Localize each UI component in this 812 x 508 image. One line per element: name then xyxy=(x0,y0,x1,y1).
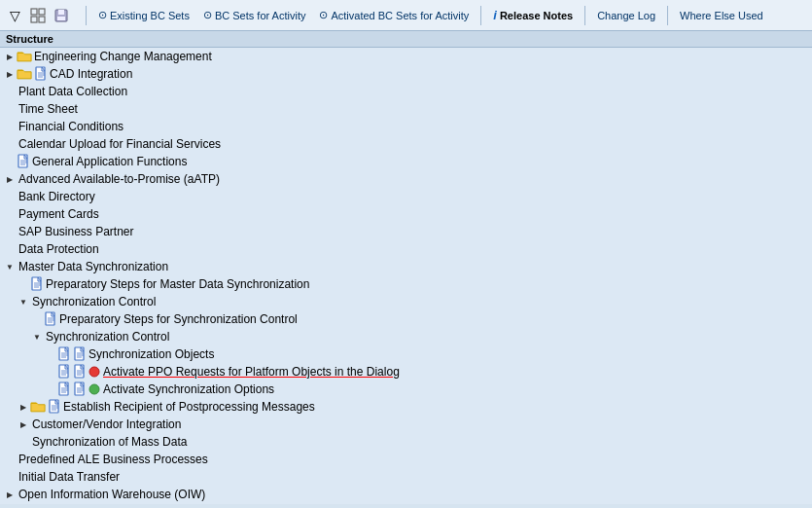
doc-icon-2 xyxy=(73,346,87,362)
folder-icon xyxy=(30,400,46,414)
tree-item[interactable]: ▶ CAD Integration xyxy=(0,65,812,83)
tree-item[interactable]: ▼Synchronization Control xyxy=(0,328,812,345)
tree-item[interactable]: Bank Directory xyxy=(0,188,812,205)
doc-icon xyxy=(57,381,71,397)
tree-item[interactable]: SAP Business Partner xyxy=(0,223,812,240)
separator-4 xyxy=(667,6,668,25)
item-label: Payment Cards xyxy=(18,207,99,221)
tree-item[interactable]: ▶Advanced Available-to-Promise (aATP) xyxy=(0,170,812,188)
expand-icon[interactable]: ▶ xyxy=(18,417,29,431)
expand-icon[interactable]: ▶ xyxy=(18,400,29,414)
existing-bc-sets-btn[interactable]: ⊙ Existing BC Sets xyxy=(92,7,195,23)
tree-item[interactable]: Data Protection xyxy=(0,240,812,258)
doc-icon xyxy=(48,399,61,415)
bc-sets-activity-btn[interactable]: ⊙ BC Sets for Activity xyxy=(197,7,312,23)
expand-icon[interactable]: ▶ xyxy=(4,67,16,81)
tree-item[interactable]: Time Sheet xyxy=(0,100,812,118)
item-label: Advanced Available-to-Promise (aATP) xyxy=(18,172,220,186)
svg-point-48 xyxy=(89,384,99,394)
folder-icon xyxy=(17,50,32,63)
tree-item[interactable]: Calendar Upload for Financial Services xyxy=(0,135,812,153)
tree-item[interactable]: Financial Conditions xyxy=(0,118,812,135)
change-log-btn[interactable]: Change Log xyxy=(591,8,661,23)
tree-item[interactable]: Synchronization Objects xyxy=(0,345,812,363)
activated-bc-sets-icon: ⊙ xyxy=(319,9,328,21)
tree-container[interactable]: ▶ Engineering Change Management▶ CAD Int… xyxy=(0,48,812,504)
item-label: Customer/Vendor Integration xyxy=(32,417,181,431)
svg-point-39 xyxy=(89,367,99,377)
bc-sets-activity-icon: ⊙ xyxy=(203,9,212,21)
item-label: Master Data Synchronization xyxy=(18,260,168,273)
expand-icon[interactable]: ▶ xyxy=(4,488,16,501)
doc-icon xyxy=(44,311,57,327)
item-label: Initial Data Transfer xyxy=(18,470,120,484)
release-notes-btn[interactable]: i Release Notes xyxy=(487,6,579,24)
tree-item[interactable]: ▶Open Information Warehouse (OIW) xyxy=(0,486,812,503)
doc-icon xyxy=(57,346,71,362)
item-label: Bank Directory xyxy=(18,190,95,203)
expand-icon[interactable]: ▶ xyxy=(4,172,16,186)
item-label: Time Sheet xyxy=(18,102,78,116)
doc-icon xyxy=(17,154,30,169)
item-label: Synchronization Control xyxy=(46,330,169,344)
tree-item[interactable]: Preparatory Steps for Master Data Synchr… xyxy=(0,275,812,293)
tree-item[interactable]: Payment Cards xyxy=(0,205,812,223)
toolbar-icon-group: ▽ xyxy=(4,5,72,26)
red-circle-icon xyxy=(88,366,100,378)
tree-item[interactable]: ▼Synchronization Control xyxy=(0,293,812,310)
svg-rect-2 xyxy=(31,17,37,22)
tree-item[interactable]: Synchronization of Mass Data xyxy=(0,433,812,451)
tree-item[interactable]: General Application Functions xyxy=(0,153,812,170)
item-label: Preparatory Steps for Master Data Synchr… xyxy=(46,277,309,291)
separator-3 xyxy=(584,6,585,25)
item-label: SAP Business Partner xyxy=(18,225,134,238)
svg-rect-6 xyxy=(57,17,65,20)
doc-icon xyxy=(34,66,48,82)
item-label: Preparatory Steps for Synchronization Co… xyxy=(59,312,298,326)
item-label: Data Protection xyxy=(18,242,99,256)
tree-item[interactable]: Initial Data Transfer xyxy=(0,468,812,486)
item-label: Predefined ALE Business Processes xyxy=(18,453,208,466)
tree-item[interactable]: Activate Synchronization Options xyxy=(0,381,812,398)
where-else-used-btn[interactable]: Where Else Used xyxy=(674,8,769,23)
expand-icon[interactable]: ▶ xyxy=(4,50,16,63)
item-label: Financial Conditions xyxy=(18,120,124,133)
item-label: Synchronization Objects xyxy=(88,347,214,361)
svg-rect-5 xyxy=(58,10,64,15)
item-label: CAD Integration xyxy=(50,67,132,81)
tree-item[interactable]: Plant Data Collection xyxy=(0,83,812,100)
item-label: Establish Recipient of Postprocessing Me… xyxy=(63,400,315,414)
structure-header: Structure xyxy=(0,31,812,48)
tree-item[interactable]: ▼Master Data Synchronization xyxy=(0,258,812,275)
item-label: Activate Synchronization Options xyxy=(103,382,274,396)
tree-item[interactable]: Activate PPO Requests for Platform Objec… xyxy=(0,363,812,381)
tree-item[interactable]: ▶Customer/Vendor Integration xyxy=(0,416,812,433)
item-label: Open Information Warehouse (OIW) xyxy=(18,488,205,501)
doc-icon-2 xyxy=(73,381,87,397)
separator-1 xyxy=(86,6,87,25)
tree-item[interactable]: ▶ Establish Recipient of Postprocessing … xyxy=(0,398,812,416)
grid-icon[interactable] xyxy=(27,5,49,26)
existing-bc-sets-icon: ⊙ xyxy=(98,9,107,21)
item-label: General Application Functions xyxy=(32,155,187,168)
item-label: Plant Data Collection xyxy=(18,85,127,98)
item-label: Synchronization of Mass Data xyxy=(32,435,187,449)
svg-rect-3 xyxy=(39,17,45,22)
svg-rect-0 xyxy=(31,9,37,15)
tree-item[interactable]: Predefined ALE Business Processes xyxy=(0,451,812,468)
expand-icon[interactable]: ▼ xyxy=(18,295,29,308)
tree-item[interactable]: Preparatory Steps for Synchronization Co… xyxy=(0,310,812,328)
info-icon: i xyxy=(493,8,497,22)
item-label: Synchronization Control xyxy=(32,295,156,308)
folder-icon xyxy=(17,67,32,81)
triangle-down-icon[interactable]: ▽ xyxy=(4,5,25,26)
item-label: Calendar Upload for Financial Services xyxy=(18,137,221,151)
activated-bc-sets-btn[interactable]: ⊙ Activated BC Sets for Activity xyxy=(313,7,475,23)
save-icon[interactable] xyxy=(51,5,72,26)
svg-rect-1 xyxy=(39,9,45,15)
doc-icon-2 xyxy=(73,364,87,380)
doc-icon xyxy=(30,276,44,292)
expand-icon[interactable]: ▼ xyxy=(4,260,16,273)
tree-item[interactable]: ▶ Engineering Change Management xyxy=(0,48,812,65)
expand-icon[interactable]: ▼ xyxy=(31,330,43,344)
